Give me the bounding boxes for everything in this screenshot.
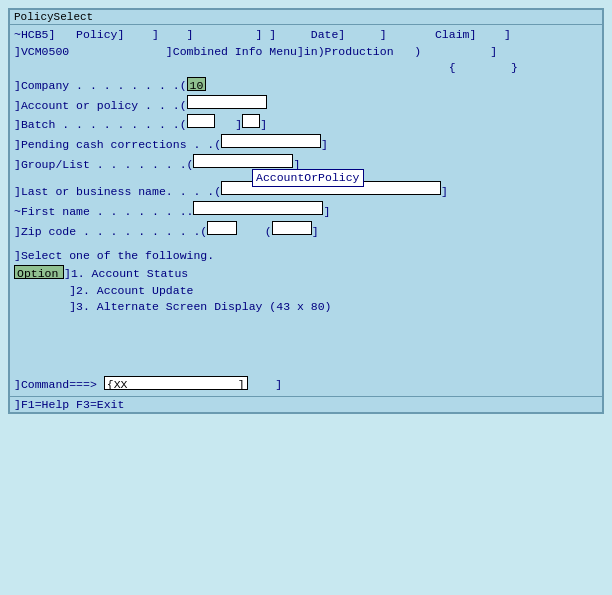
status-bar: ]F1=Help F3=Exit <box>10 396 602 412</box>
batch-input2[interactable] <box>242 114 260 128</box>
title-bar: PolicySelect <box>10 10 602 25</box>
header-line-2-text: ]VCM0500 ]Combined Info Menu]in)Producti… <box>14 44 497 61</box>
zip-bracket: ] <box>312 224 319 241</box>
batch-input[interactable] <box>187 114 215 128</box>
zip-line: ]Zip code . . . . . . . . .( ( ] <box>14 221 598 241</box>
command-space <box>97 377 104 394</box>
option-1-text: ]1. Account Status <box>64 266 188 283</box>
pending-input[interactable] <box>221 134 321 148</box>
command-input[interactable]: {XX ] <box>104 376 248 390</box>
help-text: ]F1=Help F3=Exit <box>14 398 124 411</box>
account-label: ]Account or policy . . .( <box>14 98 187 115</box>
spacer2 <box>14 240 598 248</box>
firstname-bracket: ] <box>323 204 330 221</box>
big-spacer <box>14 316 598 376</box>
batch-right: ] <box>215 117 243 134</box>
company-label: ]Company . . . . . . . .( <box>14 78 187 95</box>
header-line-3-text: { } <box>14 60 518 77</box>
outer-container: PolicySelect ~HCB5] Policy] ] ] ] ] Date… <box>0 0 612 595</box>
terminal-window: PolicySelect ~HCB5] Policy] ] ] ] ] Date… <box>8 8 604 414</box>
pending-line: ]Pending cash corrections . .( ] <box>14 134 598 154</box>
terminal-body: ~HCB5] Policy] ] ] ] ] Date] ] Claim] ] … <box>10 25 602 396</box>
zip-input[interactable] <box>207 221 237 235</box>
company-input[interactable]: 10 <box>187 77 207 91</box>
header-line-1-text: ~HCB5] Policy] ] ] ] ] Date] ] Claim] ] <box>14 27 511 44</box>
option-3-text: ]3. Alternate Screen Display (43 x 80) <box>69 299 331 316</box>
select-prompt-text: ]Select one of the following. <box>14 248 214 265</box>
title-text: PolicySelect <box>14 11 93 23</box>
account-tooltip: AccountOrPolicy <box>252 169 364 188</box>
option-input[interactable]: Option <box>14 265 64 279</box>
command-bracket: ] <box>248 377 283 394</box>
option-3-line: ]3. Alternate Screen Display (43 x 80) <box>14 299 598 316</box>
command-label: ]Command===> <box>14 377 97 394</box>
batch-label: ]Batch . . . . . . . . .( <box>14 117 187 134</box>
lastname-label: ]Last or business name. . . .( <box>14 184 221 201</box>
header-line-2: ]VCM0500 ]Combined Info Menu]in)Producti… <box>14 44 598 61</box>
group-input[interactable] <box>193 154 293 168</box>
account-input[interactable] <box>187 95 267 109</box>
option-1-line: Option ]1. Account Status <box>14 265 598 283</box>
group-label: ]Group/List . . . . . . .( <box>14 157 193 174</box>
company-line: ]Company . . . . . . . .( 10 <box>14 77 598 95</box>
option-2-line: ]2. Account Update <box>14 283 598 300</box>
batch-bracket: ] <box>260 117 267 134</box>
select-prompt-line: ]Select one of the following. <box>14 248 598 265</box>
option-2-indent <box>14 283 69 300</box>
lastname-bracket: ] <box>441 184 448 201</box>
header-line-1: ~HCB5] Policy] ] ] ] ] Date] ] Claim] ] <box>14 27 598 44</box>
zip-label: ]Zip code . . . . . . . . .( <box>14 224 207 241</box>
pending-label: ]Pending cash corrections . .( <box>14 137 221 154</box>
firstname-label: ~First name . . . . . . .. <box>14 204 193 221</box>
command-line: ]Command===> {XX ] ] <box>14 376 598 394</box>
firstname-line: ~First name . . . . . . .. ] <box>14 201 598 221</box>
firstname-input[interactable] <box>193 201 323 215</box>
option-2-text: ]2. Account Update <box>69 283 193 300</box>
header-line-3: { } <box>14 60 598 77</box>
option-3-indent <box>14 299 69 316</box>
zip-paren: ( <box>237 224 272 241</box>
pending-bracket: ] <box>321 137 328 154</box>
account-line: ]Account or policy . . .( AccountOrPolic… <box>14 95 598 115</box>
batch-line: ]Batch . . . . . . . . .( ] ] <box>14 114 598 134</box>
zip-input2[interactable] <box>272 221 312 235</box>
